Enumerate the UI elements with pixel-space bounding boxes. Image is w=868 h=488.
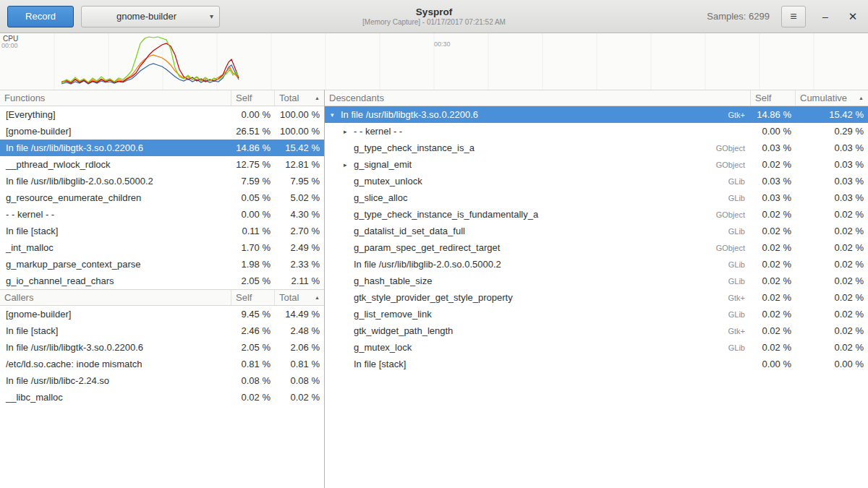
function-name: In file /usr/lib/libglib-2.0.so.0.5000.2 — [354, 259, 501, 270]
self-percent: 0.02 % — [751, 159, 796, 170]
table-row[interactable]: In file /usr/lib/libgtk-3.so.0.2200.6 2.… — [0, 339, 324, 356]
total-percent: 100.00 % — [275, 126, 324, 137]
table-row[interactable]: In file /usr/lib/libc-2.24.so 0.08 % 0.0… — [0, 372, 324, 389]
column-header-total[interactable]: Total ▲ — [275, 90, 324, 106]
column-header-self[interactable]: Self — [751, 90, 796, 106]
self-percent: 0.00 % — [231, 109, 275, 120]
total-percent: 2.06 % — [275, 342, 324, 353]
column-header-functions[interactable]: Functions — [0, 90, 231, 106]
callers-table-header: Callers Self Total ▲ — [0, 289, 324, 306]
self-percent: 0.00 % — [231, 209, 275, 220]
table-row[interactable]: g_mutex_lock GLib 0.02 % 0.02 % — [325, 339, 868, 356]
descendants-table-body: ▾ In file /usr/lib/libgtk-3.so.0.2200.6 … — [325, 106, 868, 372]
table-row[interactable]: g_markup_parse_context_parse 1.98 % 2.33… — [0, 256, 324, 273]
functions-table-header: Functions Self Total ▲ — [0, 90, 324, 106]
table-row[interactable]: _int_malloc 1.70 % 2.49 % — [0, 239, 324, 256]
sort-indicator-icon: ▲ — [315, 295, 320, 300]
close-button[interactable]: ✕ — [845, 10, 861, 23]
library-badge: GLib — [728, 277, 751, 286]
library-badge: GLib — [728, 343, 751, 352]
record-button[interactable]: Record — [7, 6, 74, 27]
cumulative-percent: 0.03 % — [796, 159, 868, 170]
table-row[interactable]: - - kernel - - 0.00 % 4.30 % — [0, 206, 324, 223]
column-header-callers[interactable]: Callers — [0, 290, 231, 305]
self-percent: 0.02 % — [751, 275, 796, 286]
self-percent: 0.03 % — [751, 192, 796, 203]
column-header-cumulative-label: Cumulative — [800, 93, 847, 103]
table-row[interactable]: gtk_style_provider_get_style_property Gt… — [325, 289, 868, 306]
table-row[interactable]: g_mutex_unlock GLib 0.03 % 0.03 % — [325, 173, 868, 189]
table-row[interactable]: In file /usr/lib/libglib-2.0.so.0.5000.2… — [0, 173, 324, 189]
function-name: __libc_malloc — [0, 392, 231, 403]
library-badge: GObject — [716, 160, 751, 169]
self-percent: 7.59 % — [231, 176, 275, 187]
function-name: g_io_channel_read_chars — [0, 275, 231, 286]
table-row[interactable]: [gnome-builder] 9.45 % 14.49 % — [0, 306, 324, 322]
total-percent: 15.42 % — [275, 142, 324, 153]
table-row[interactable]: [gnome-builder] 26.51 % 100.00 % — [0, 123, 324, 140]
cpu-graph[interactable]: CPU 00:00 00:30 — [0, 33, 868, 90]
expander-icon[interactable]: ▸ — [344, 161, 354, 168]
library-badge: GObject — [716, 244, 751, 252]
cumulative-percent: 0.02 % — [796, 242, 868, 253]
table-row[interactable]: In file /usr/lib/libgtk-3.so.0.2200.6 14… — [0, 140, 324, 156]
column-header-self[interactable]: Self — [231, 290, 275, 305]
target-dropdown[interactable]: gnome-builder ▾ — [81, 6, 220, 27]
table-row[interactable]: ▸ g_signal_emit GObject 0.02 % 0.03 % — [325, 156, 868, 173]
function-name: - - kernel - - — [354, 126, 402, 137]
table-row[interactable]: In file [stack] 0.00 % 0.00 % — [325, 356, 868, 372]
library-badge: GLib — [728, 227, 751, 236]
menu-button[interactable]: ≡ — [781, 6, 806, 27]
table-row[interactable]: [Everything] 0.00 % 100.00 % — [0, 106, 324, 123]
table-row[interactable]: In file /usr/lib/libglib-2.0.so.0.5000.2… — [325, 256, 868, 273]
function-name: [Everything] — [0, 109, 231, 120]
cumulative-percent: 0.02 % — [796, 226, 868, 236]
self-percent: 0.05 % — [231, 192, 275, 203]
function-name: g_list_remove_link — [354, 309, 432, 320]
table-row[interactable]: g_resource_enumerate_children 0.05 % 5.0… — [0, 189, 324, 206]
function-name: In file /usr/lib/libgtk-3.so.0.2200.6 — [0, 142, 231, 153]
table-row[interactable]: __pthread_rwlock_rdlock 12.75 % 12.81 % — [0, 156, 324, 173]
table-row[interactable]: g_hash_table_size GLib 0.02 % 0.02 % — [325, 273, 868, 289]
table-row[interactable]: g_slice_alloc GLib 0.03 % 0.03 % — [325, 189, 868, 206]
table-row[interactable]: g_type_check_instance_is_fundamentally_a… — [325, 206, 868, 223]
table-row[interactable]: g_datalist_id_set_data_full GLib 0.02 % … — [325, 223, 868, 239]
callers-table-body: [gnome-builder] 9.45 % 14.49 % In file [… — [0, 306, 324, 406]
function-name: In file [stack] — [354, 359, 406, 369]
column-header-cumulative[interactable]: Cumulative ▲ — [796, 90, 868, 106]
table-row[interactable]: g_list_remove_link GLib 0.02 % 0.02 % — [325, 306, 868, 322]
function-name: g_signal_emit — [354, 159, 412, 170]
table-row[interactable]: g_io_channel_read_chars 2.05 % 2.11 % — [0, 273, 324, 289]
column-header-self[interactable]: Self — [231, 90, 275, 106]
expander-icon[interactable]: ▸ — [344, 128, 354, 135]
table-row[interactable]: /etc/ld.so.cache: inode mismatch 0.81 % … — [0, 356, 324, 372]
self-percent: 0.02 % — [231, 392, 275, 403]
self-percent: 2.46 % — [231, 325, 275, 336]
time-label-mid: 00:30 — [434, 40, 451, 48]
cumulative-percent: 0.02 % — [796, 292, 868, 303]
expander-icon[interactable]: ▾ — [331, 111, 341, 119]
table-row[interactable]: gtk_widget_path_length Gtk+ 0.02 % 0.02 … — [325, 322, 868, 339]
cumulative-percent: 0.02 % — [796, 259, 868, 270]
functions-table-body: [Everything] 0.00 % 100.00 % [gnome-buil… — [0, 106, 324, 289]
capture-subtitle: [Memory Capture] - 01/17/2017 07:21:52 A… — [362, 18, 506, 27]
self-percent: 0.03 % — [751, 142, 796, 153]
table-row[interactable]: g_param_spec_get_redirect_target GObject… — [325, 239, 868, 256]
function-name: In file [stack] — [0, 325, 231, 336]
table-row[interactable]: ▸ - - kernel - - 0.00 % 0.29 % — [325, 123, 868, 140]
callers-table: Callers Self Total ▲ [gnome-builder] 9.4… — [0, 289, 324, 406]
minimize-button[interactable]: – — [817, 11, 833, 22]
column-header-total[interactable]: Total ▲ — [275, 290, 324, 305]
column-header-descendants[interactable]: Descendants — [325, 90, 751, 106]
table-row[interactable]: __libc_malloc 0.02 % 0.02 % — [0, 389, 324, 406]
table-row[interactable]: g_type_check_instance_is_a GObject 0.03 … — [325, 140, 868, 156]
function-name: g_type_check_instance_is_fundamentally_a — [354, 209, 538, 220]
total-percent: 0.81 % — [275, 359, 324, 369]
right-pane: Descendants Self Cumulative ▲ ▾ In file … — [325, 90, 868, 488]
table-row[interactable]: In file [stack] 2.46 % 2.48 % — [0, 322, 324, 339]
column-header-total-label: Total — [279, 292, 299, 303]
table-row[interactable]: ▾ In file /usr/lib/libgtk-3.so.0.2200.6 … — [325, 106, 868, 123]
total-percent: 5.02 % — [275, 192, 324, 203]
self-percent: 14.86 % — [231, 142, 275, 153]
table-row[interactable]: In file [stack] 0.11 % 2.70 % — [0, 223, 324, 239]
